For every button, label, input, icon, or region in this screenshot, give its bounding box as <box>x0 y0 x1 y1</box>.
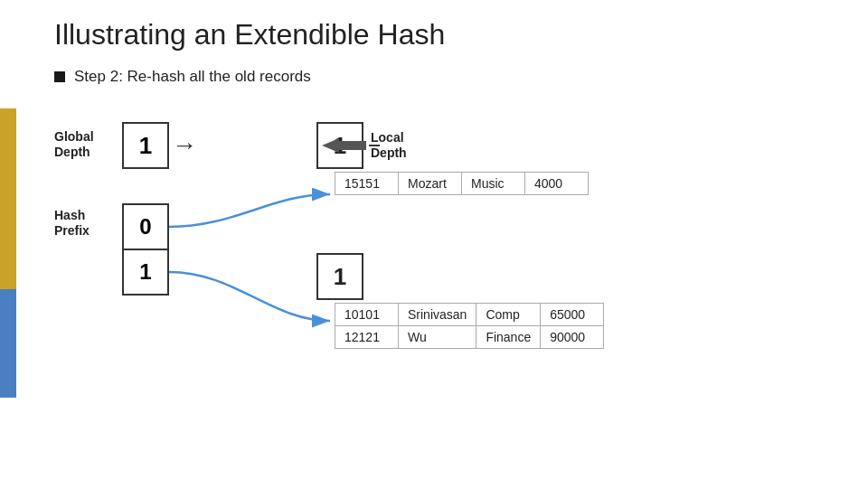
bullet-icon <box>54 71 65 82</box>
bucket2-table-container: 10101 Srinivasan Comp 65000 12121 Wu Fin… <box>335 303 604 349</box>
global-depth-arrow: → <box>172 131 197 160</box>
local-depth-label-1: LocalDepth <box>371 130 407 161</box>
bucket2-table: 10101 Srinivasan Comp 65000 12121 Wu Fin… <box>335 303 604 349</box>
bucket1-local-depth-row: 1 LocalDepth <box>316 122 407 169</box>
cell-dept: Music <box>462 173 525 195</box>
hash-prefix-label: Hash Prefix <box>54 208 118 239</box>
bucket2-local-depth-box: 1 <box>316 253 363 300</box>
diagram: Global Depth 1 → Hash Prefix 0 1 1 Local… <box>54 122 823 375</box>
bucket1-table-container: 15151 Mozart Music 4000 <box>335 172 589 195</box>
cell-dept: Comp <box>476 304 541 326</box>
page-title: Illustrating an Extendible Hash <box>54 18 841 52</box>
hash-prefix-1-box: 1 <box>122 249 169 296</box>
bucket1-local-depth-box: 1 <box>316 122 363 169</box>
cell-dept: Finance <box>476 326 541 349</box>
hash-prefix-0-box: 0 <box>122 203 169 250</box>
cell-id: 10101 <box>335 304 399 326</box>
cell-name: Mozart <box>399 173 462 195</box>
gold-strip <box>0 108 16 289</box>
cell-id: 15151 <box>335 173 399 195</box>
cell-salary: 4000 <box>525 173 589 195</box>
table-row: 15151 Mozart Music 4000 <box>335 173 589 195</box>
table-row: 12121 Wu Finance 90000 <box>335 326 604 349</box>
global-depth-label: Global Depth <box>54 129 104 160</box>
global-depth-box: 1 <box>122 122 169 169</box>
bucket1-table: 15151 Mozart Music 4000 <box>335 172 589 195</box>
cell-salary: 65000 <box>541 304 604 326</box>
subtitle-row: Step 2: Re-hash all the old records <box>54 68 841 86</box>
cell-name: Wu <box>399 326 476 349</box>
table-row: 10101 Srinivasan Comp 65000 <box>335 304 604 326</box>
main-content: Illustrating an Extendible Hash Step 2: … <box>27 0 868 488</box>
bucket2-local-depth-row: 1 <box>316 253 363 300</box>
cell-name: Srinivasan <box>399 304 476 326</box>
subtitle-text: Step 2: Re-hash all the old records <box>74 68 311 86</box>
cell-id: 12121 <box>335 326 399 349</box>
cell-salary: 90000 <box>541 326 604 349</box>
blue-strip <box>0 289 16 398</box>
